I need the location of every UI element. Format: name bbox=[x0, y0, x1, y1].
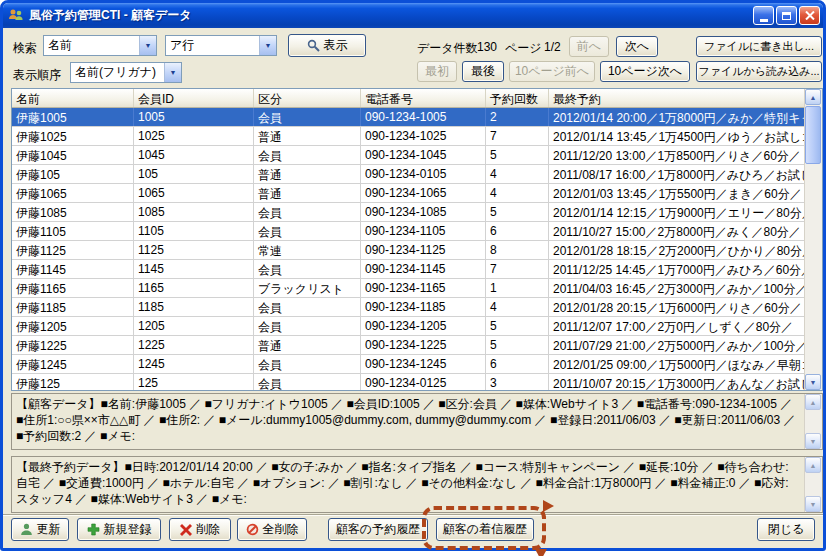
search-icon bbox=[307, 39, 320, 52]
table-cell: 2011/08/17 16:00／1万8000円／みひろ／お試しコー... bbox=[549, 165, 805, 183]
scroll-down-icon[interactable]: ▼ bbox=[805, 374, 821, 390]
maximize-button[interactable] bbox=[776, 6, 797, 25]
table-row[interactable]: 伊藤11451145会員090-1234-114572011/12/25 14:… bbox=[12, 260, 805, 279]
close-button[interactable] bbox=[799, 6, 820, 25]
table-cell: 2012/01/28 20:15／1万6000円／りさ／60分／ bbox=[549, 298, 805, 316]
table-row[interactable]: 伊藤125125会員090-1234-012532011/10/07 20:15… bbox=[12, 374, 805, 391]
table-cell: 090-1234-0105 bbox=[361, 165, 486, 183]
scroll-down-icon[interactable]: ▼ bbox=[805, 433, 821, 449]
table-row[interactable]: 伊藤11851185会員090-1234-118542012/01/28 20:… bbox=[12, 298, 805, 317]
import-file-button[interactable]: ファイルから読み込み... bbox=[696, 61, 822, 82]
customer-table: 名前 会員ID 区分 電話番号 予約回数 最終予約 伊藤10051005会員09… bbox=[11, 88, 823, 391]
table-cell: 8 bbox=[486, 241, 549, 259]
table-cell: 090-1234-1125 bbox=[361, 241, 486, 259]
column-header-last-reservation[interactable]: 最終予約 bbox=[549, 89, 805, 107]
table-row[interactable]: 伊藤10051005会員090-1234-100522012/01/14 20:… bbox=[12, 108, 805, 127]
chevron-down-icon[interactable]: ▼ bbox=[139, 36, 156, 55]
table-cell: 1125 bbox=[134, 241, 254, 259]
call-history-button[interactable]: 顧客の着信履歴 bbox=[436, 518, 534, 541]
reservation-history-button[interactable]: 顧客の予約履歴 bbox=[328, 518, 428, 541]
app-icon bbox=[8, 8, 24, 23]
table-cell: 伊藤125 bbox=[12, 374, 134, 391]
table-cell: 090-1234-0125 bbox=[361, 374, 486, 391]
prev-page-button[interactable]: 前へ bbox=[569, 36, 609, 57]
update-button[interactable]: 更新 bbox=[11, 518, 69, 541]
x-icon bbox=[180, 524, 192, 536]
table-cell: 2012/01/14 13:45／1万4500円／ゆう／お試しコース／ bbox=[549, 127, 805, 145]
register-button[interactable]: 新規登録 bbox=[77, 518, 161, 541]
delete-button-label: 削除 bbox=[196, 521, 220, 538]
table-row[interactable]: 伊藤10651065普通090-1234-106542012/01/03 13:… bbox=[12, 184, 805, 203]
table-cell: 7 bbox=[486, 127, 549, 145]
scroll-down-icon[interactable]: ▼ bbox=[805, 496, 821, 512]
first-page-button[interactable]: 最初 bbox=[417, 61, 457, 82]
chevron-down-icon[interactable]: ▼ bbox=[164, 63, 181, 82]
table-cell: 1205 bbox=[134, 317, 254, 335]
client-area: 検索 名前 ▼ ア行 ▼ 表示 表示順序 名前(フリガナ) ▼ bbox=[3, 28, 823, 550]
data-count-label: データ件数 bbox=[417, 40, 478, 57]
table-cell: 会員 bbox=[254, 355, 361, 373]
minimize-button[interactable] bbox=[753, 6, 774, 25]
table-row[interactable]: 伊藤105105普通090-1234-010542011/08/17 16:00… bbox=[12, 165, 805, 184]
column-header-name[interactable]: 名前 bbox=[12, 89, 134, 107]
column-header-member-id[interactable]: 会員ID bbox=[134, 89, 254, 107]
table-row[interactable]: 伊藤11051105会員090-1234-110562011/10/27 15:… bbox=[12, 222, 805, 241]
table-cell: 2011/12/07 17:00／2万0円／しずく／80分／ bbox=[549, 317, 805, 335]
export-file-button[interactable]: ファイルに書き出し... bbox=[696, 36, 822, 57]
close-dialog-button[interactable]: 閉じる bbox=[757, 518, 815, 541]
table-cell: 2011/12/25 14:45／1万7000円／みひろ／60分／ bbox=[549, 260, 805, 278]
table-cell: 090-1234-1145 bbox=[361, 260, 486, 278]
table-row[interactable]: 伊藤12251225普通090-1234-122552011/07/29 21:… bbox=[12, 336, 805, 355]
table-row[interactable]: 伊藤10451045会員090-1234-104552011/12/20 13:… bbox=[12, 146, 805, 165]
table-cell: 090-1234-1225 bbox=[361, 336, 486, 354]
table-cell: 会員 bbox=[254, 374, 361, 391]
table-row[interactable]: 伊藤12051205会員090-1234-120552011/12/07 17:… bbox=[12, 317, 805, 336]
table-row[interactable]: 伊藤10251025普通090-1234-102572012/01/14 13:… bbox=[12, 127, 805, 146]
scroll-up-icon[interactable]: ▲ bbox=[805, 457, 821, 473]
table-row[interactable]: 伊藤11651165ブラックリスト090-1234-116512011/04/0… bbox=[12, 279, 805, 298]
column-header-reservation-count[interactable]: 予約回数 bbox=[486, 89, 549, 107]
table-cell: 会員 bbox=[254, 317, 361, 335]
order-select[interactable]: 名前(フリガナ) ▼ bbox=[70, 62, 182, 83]
last-reservation-panel[interactable]: 【最終予約データ】■日時:2012/01/14 20:00 ／ ■女の子:みか … bbox=[11, 456, 823, 513]
table-cell: 2 bbox=[486, 108, 549, 126]
prev-10-pages-button[interactable]: 10ページ前へ bbox=[509, 61, 595, 82]
customer-data-panel[interactable]: 【顧客データ】■名前:伊藤1005 ／ ■フリガナ:イトウ1005 ／ ■会員I… bbox=[11, 393, 823, 450]
delete-all-button[interactable]: 全削除 bbox=[237, 518, 307, 541]
reservation-panel-scrollbar[interactable]: ▲ ▼ bbox=[804, 457, 822, 512]
column-header-phone[interactable]: 電話番号 bbox=[361, 89, 486, 107]
scrollbar-thumb[interactable] bbox=[805, 106, 821, 164]
table-body: 伊藤10051005会員090-1234-100522012/01/14 20:… bbox=[12, 108, 805, 391]
column-header-category[interactable]: 区分 bbox=[254, 89, 361, 107]
table-cell: 2011/04/03 16:45／2万3000円／みか／100分／ bbox=[549, 279, 805, 297]
table-row[interactable]: 伊藤12451245会員090-1234-124562012/01/25 09:… bbox=[12, 355, 805, 374]
table-cell: 1005 bbox=[134, 108, 254, 126]
table-cell: 090-1234-1105 bbox=[361, 222, 486, 240]
table-cell: 1165 bbox=[134, 279, 254, 297]
table-cell: 3 bbox=[486, 374, 549, 391]
customer-panel-scrollbar[interactable]: ▲ ▼ bbox=[804, 394, 822, 449]
table-row[interactable]: 伊藤11251125常連090-1234-112582012/01/28 18:… bbox=[12, 241, 805, 260]
order-label: 表示順序 bbox=[13, 67, 61, 84]
table-cell: 2011/10/07 20:15／1万3000円／あんな／お試しコー... bbox=[549, 374, 805, 391]
table-row[interactable]: 伊藤10851085会員090-1234-108552012/01/14 12:… bbox=[12, 203, 805, 222]
table-cell: 会員 bbox=[254, 298, 361, 316]
table-cell: 普通 bbox=[254, 184, 361, 202]
page-label: ページ bbox=[505, 40, 542, 57]
window-title: 風俗予約管理CTI - 顧客データ bbox=[29, 7, 192, 24]
search-label: 検索 bbox=[13, 40, 37, 57]
show-button[interactable]: 表示 bbox=[288, 34, 366, 57]
table-scrollbar[interactable]: ▲ ▼ bbox=[804, 89, 822, 390]
search-kana-select[interactable]: ア行 ▼ bbox=[165, 35, 277, 56]
search-field-select[interactable]: 名前 ▼ bbox=[43, 35, 157, 56]
next-page-button[interactable]: 次へ bbox=[616, 36, 658, 57]
next-10-pages-button[interactable]: 10ページ次へ bbox=[600, 61, 690, 82]
table-cell: 1085 bbox=[134, 203, 254, 221]
table-cell: 1185 bbox=[134, 298, 254, 316]
scroll-up-icon[interactable]: ▲ bbox=[805, 89, 821, 105]
delete-button[interactable]: 削除 bbox=[169, 518, 231, 541]
update-button-label: 更新 bbox=[37, 521, 61, 538]
scroll-up-icon[interactable]: ▲ bbox=[805, 394, 821, 410]
last-page-button[interactable]: 最後 bbox=[462, 61, 504, 82]
chevron-down-icon[interactable]: ▼ bbox=[259, 36, 276, 55]
